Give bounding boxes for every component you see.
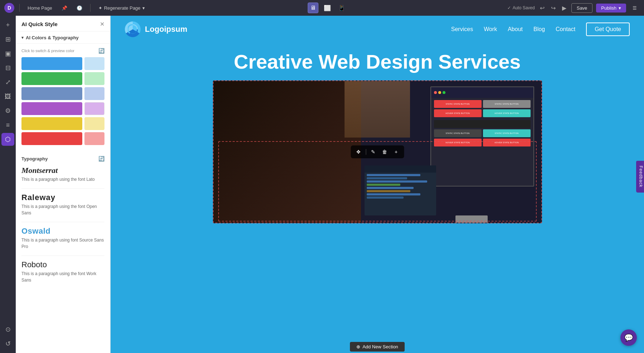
save-button[interactable]: Save bbox=[571, 3, 593, 13]
color-swatch-yellow-light[interactable] bbox=[84, 117, 105, 130]
list-icon[interactable]: ≡ bbox=[1, 119, 14, 131]
side-panel: AI Quick Style ✕ ▾ AI Colors & Typograph… bbox=[16, 16, 111, 353]
font-item-roboto[interactable]: Roboto This is a paragraph using the fon… bbox=[21, 260, 104, 283]
typography-section-header: Typography 🔄 bbox=[21, 156, 104, 161]
nav-blog[interactable]: Blog bbox=[533, 26, 545, 33]
nav-about[interactable]: About bbox=[508, 26, 523, 33]
color-swatch-row-6 bbox=[21, 132, 104, 145]
page-name-label: Home Page bbox=[28, 5, 52, 11]
font-name-montserrat: Montserrat bbox=[21, 166, 104, 175]
logo-circle-icon bbox=[125, 21, 141, 37]
color-swatch-green-main[interactable] bbox=[21, 72, 82, 85]
hero-image-wrapper: STATIC STATE BUTTON STATIC STATE BUTTON … bbox=[213, 80, 542, 223]
hero-title: Creative Web Design Services bbox=[234, 50, 521, 73]
color-swatch-blue-main[interactable] bbox=[21, 57, 82, 70]
elements-icon[interactable]: ⊟ bbox=[1, 61, 14, 74]
color-swatch-row-5 bbox=[21, 117, 104, 130]
redo-btn[interactable]: ↪ bbox=[550, 3, 557, 13]
settings-icon[interactable]: ⚙ bbox=[1, 104, 14, 117]
ai-colors-label: AI Colors & Typography bbox=[26, 35, 79, 40]
color-swatch-row-3 bbox=[21, 87, 104, 100]
quick-style-icon[interactable]: ⬡ bbox=[1, 133, 14, 146]
top-bar-right: ✓ Auto Saved ↩ ↪ ▶ Save Publish ▾ ☰ bbox=[507, 3, 640, 13]
font-name-oswald: Oswald bbox=[21, 227, 104, 236]
site-header: Logoipsum Services Work About Blog Conta… bbox=[111, 16, 644, 43]
typography-section: Typography 🔄 Montserrat This is a paragr… bbox=[16, 151, 110, 293]
auto-saved-status: ✓ Auto Saved bbox=[507, 5, 535, 10]
hero-section: Creative Web Design Services bbox=[111, 43, 644, 223]
more-menu-btn[interactable]: ☰ bbox=[630, 4, 640, 12]
nav-work[interactable]: Work bbox=[484, 26, 497, 33]
font-item-raleway[interactable]: Raleway This is a paragraph using the fo… bbox=[21, 193, 104, 216]
move-tool-btn[interactable]: ✥ bbox=[354, 148, 363, 156]
color-swatch-blue-light[interactable] bbox=[84, 57, 105, 70]
main-area: + ⊞ ▣ ⊟ ⤢ 🖼 ⚙ ≡ ⬡ ⊙ ↺ AI Quick Style ✕ ▾… bbox=[0, 16, 644, 353]
add-icon[interactable]: + bbox=[1, 19, 14, 31]
integrations-icon[interactable]: ⊙ bbox=[1, 323, 14, 336]
history-btn[interactable]: 🕐 bbox=[74, 4, 85, 12]
nav-services[interactable]: Services bbox=[451, 26, 473, 33]
hero-image[interactable]: STATIC STATE BUTTON STATIC STATE BUTTON … bbox=[213, 80, 542, 223]
color-swatch-purple-light[interactable] bbox=[84, 87, 105, 100]
feedback-tab[interactable]: Feedback bbox=[636, 161, 644, 193]
panel-header: AI Quick Style ✕ bbox=[16, 16, 110, 31]
website-preview: Logoipsum Services Work About Blog Conta… bbox=[111, 16, 644, 353]
collapse-arrow-icon: ▾ bbox=[21, 35, 24, 40]
color-swatch-purple-main[interactable] bbox=[21, 87, 82, 100]
nav-contact[interactable]: Contact bbox=[556, 26, 575, 33]
site-container: Logoipsum Services Work About Blog Conta… bbox=[111, 16, 644, 353]
layers-icon[interactable]: ▣ bbox=[1, 47, 14, 60]
color-swatch-violet-light[interactable] bbox=[84, 102, 105, 115]
add-section-icon: ⊕ bbox=[356, 344, 360, 349]
refresh-typography-icon[interactable]: 🔄 bbox=[98, 156, 104, 161]
chat-bubble[interactable]: 💬 bbox=[620, 329, 637, 346]
arrows-icon[interactable]: ⤢ bbox=[1, 76, 14, 89]
pages-icon[interactable]: ⊞ bbox=[1, 33, 14, 46]
font-item-oswald[interactable]: Oswald This is a paragraph using font So… bbox=[21, 227, 104, 250]
logo-text: Logoipsum bbox=[145, 25, 187, 34]
font-item-montserrat[interactable]: Montserrat This is a paragraph using the… bbox=[21, 166, 104, 183]
delete-tool-btn[interactable]: 🗑 bbox=[380, 148, 389, 156]
image-toolbar: ✥ ✎ 🗑 + bbox=[351, 145, 404, 158]
color-swatch-red-main[interactable] bbox=[21, 132, 82, 145]
play-btn[interactable]: ▶ bbox=[561, 3, 568, 13]
color-swatch-row-1 bbox=[21, 57, 104, 70]
color-swatch-violet-main[interactable] bbox=[21, 102, 82, 115]
font-para-roboto: This is a paragraph using the font Work … bbox=[21, 270, 104, 283]
panel-close-button[interactable]: ✕ bbox=[100, 21, 104, 28]
icon-bar: + ⊞ ▣ ⊟ ⤢ 🖼 ⚙ ≡ ⬡ ⊙ ↺ bbox=[0, 16, 16, 353]
color-section: Click to switch & preview color 🔄 bbox=[16, 44, 110, 151]
history-icon: 🕐 bbox=[77, 5, 82, 11]
page-name-btn[interactable]: Home Page bbox=[25, 4, 55, 12]
font-para-montserrat: This is a paragraph using the font Lato bbox=[21, 176, 104, 183]
publish-button[interactable]: Publish ▾ bbox=[596, 4, 626, 13]
mobile-device-btn[interactable]: 📱 bbox=[336, 3, 347, 13]
edit-tool-btn[interactable]: ✎ bbox=[369, 148, 377, 156]
undo-btn[interactable]: ↩ bbox=[538, 3, 546, 13]
regenerate-btn[interactable]: ✦ Regenerate Page ▾ bbox=[96, 4, 148, 12]
font-name-roboto: Roboto bbox=[21, 260, 104, 269]
font-divider-3 bbox=[21, 255, 104, 256]
color-swatch-green-light[interactable] bbox=[84, 72, 105, 85]
link-icon[interactable]: ↺ bbox=[1, 337, 14, 350]
chat-icon: 💬 bbox=[624, 333, 633, 342]
regenerate-arrow-icon: ▾ bbox=[142, 5, 145, 11]
add-tool-btn[interactable]: + bbox=[392, 148, 400, 156]
add-new-section-button[interactable]: ⊕ Add New Section bbox=[350, 342, 405, 352]
sep2 bbox=[90, 4, 91, 12]
typography-label: Typography bbox=[21, 156, 48, 161]
desktop-device-btn[interactable]: 🖥 bbox=[308, 3, 318, 13]
media-icon[interactable]: 🖼 bbox=[1, 90, 14, 103]
pin-icon: 📌 bbox=[62, 5, 67, 11]
refresh-colors-icon[interactable]: 🔄 bbox=[98, 48, 104, 54]
ai-colors-section-header[interactable]: ▾ AI Colors & Typography bbox=[16, 31, 110, 44]
nav-cta-button[interactable]: Get Quote bbox=[586, 23, 630, 36]
color-swatch-yellow-main[interactable] bbox=[21, 117, 82, 130]
panel-title: AI Quick Style bbox=[21, 21, 58, 27]
color-swatch-red-light[interactable] bbox=[84, 132, 105, 145]
regenerate-icon: ✦ bbox=[98, 5, 102, 11]
pin-btn[interactable]: 📌 bbox=[59, 4, 70, 12]
device-switcher: 🖥 ⬜ 📱 bbox=[151, 3, 504, 13]
color-swatch-row-4 bbox=[21, 102, 104, 115]
tablet-device-btn[interactable]: ⬜ bbox=[322, 3, 333, 13]
